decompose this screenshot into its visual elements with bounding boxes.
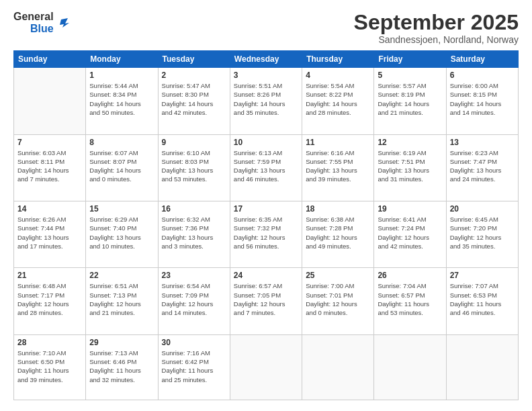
header-friday: Friday (374, 51, 446, 68)
day-number: 3 (234, 71, 298, 80)
logo-bird-icon (56, 15, 71, 30)
day-info: Sunrise: 6:10 AM Sunset: 8:03 PM Dayligh… (162, 148, 226, 184)
table-cell: 7Sunrise: 6:03 AM Sunset: 8:11 PM Daylig… (14, 134, 86, 201)
day-info: Sunrise: 6:41 AM Sunset: 7:24 PM Dayligh… (378, 215, 442, 250)
header-row: Sunday Monday Tuesday Wednesday Thursday… (14, 51, 519, 68)
table-cell: 12Sunrise: 6:19 AM Sunset: 7:51 PM Dayli… (374, 134, 446, 201)
header-monday: Monday (86, 51, 158, 68)
day-number: 17 (234, 204, 298, 214)
day-info: Sunrise: 6:19 AM Sunset: 7:51 PM Dayligh… (378, 148, 442, 184)
header-sunday: Sunday (14, 51, 86, 68)
day-info: Sunrise: 6:23 AM Sunset: 7:47 PM Dayligh… (450, 148, 515, 184)
week-row-3: 14Sunrise: 6:26 AM Sunset: 7:44 PM Dayli… (14, 201, 519, 268)
table-cell (14, 68, 86, 134)
day-number: 9 (162, 138, 226, 147)
table-cell: 3Sunrise: 5:51 AM Sunset: 8:26 PM Daylig… (230, 68, 302, 134)
day-info: Sunrise: 6:32 AM Sunset: 7:36 PM Dayligh… (162, 215, 226, 250)
day-info: Sunrise: 6:03 AM Sunset: 8:11 PM Dayligh… (17, 148, 82, 184)
day-number: 7 (17, 138, 82, 147)
day-number: 20 (450, 204, 515, 214)
table-cell: 22Sunrise: 6:51 AM Sunset: 7:13 PM Dayli… (86, 268, 158, 334)
day-number: 11 (306, 138, 370, 147)
day-number: 15 (89, 204, 154, 214)
week-row-4: 21Sunrise: 6:48 AM Sunset: 7:17 PM Dayli… (14, 268, 519, 334)
header-wednesday: Wednesday (230, 51, 302, 68)
table-cell: 8Sunrise: 6:07 AM Sunset: 8:07 PM Daylig… (86, 134, 158, 201)
day-info: Sunrise: 6:54 AM Sunset: 7:09 PM Dayligh… (162, 281, 226, 317)
day-info: Sunrise: 7:16 AM Sunset: 6:42 PM Dayligh… (162, 349, 226, 384)
day-info: Sunrise: 6:35 AM Sunset: 7:32 PM Dayligh… (234, 215, 298, 250)
week-row-2: 7Sunrise: 6:03 AM Sunset: 8:11 PM Daylig… (14, 134, 519, 201)
table-cell: 17Sunrise: 6:35 AM Sunset: 7:32 PM Dayli… (230, 201, 302, 268)
table-cell: 2Sunrise: 5:47 AM Sunset: 8:30 PM Daylig… (158, 68, 230, 134)
table-cell: 24Sunrise: 6:57 AM Sunset: 7:05 PM Dayli… (230, 268, 302, 334)
table-cell: 15Sunrise: 6:29 AM Sunset: 7:40 PM Dayli… (86, 201, 158, 268)
day-info: Sunrise: 7:07 AM Sunset: 6:53 PM Dayligh… (450, 281, 515, 317)
day-info: Sunrise: 5:44 AM Sunset: 8:34 PM Dayligh… (89, 81, 154, 117)
day-info: Sunrise: 7:00 AM Sunset: 7:01 PM Dayligh… (306, 281, 370, 317)
table-cell: 18Sunrise: 6:38 AM Sunset: 7:28 PM Dayli… (302, 201, 374, 268)
day-number: 5 (378, 71, 442, 80)
day-info: Sunrise: 6:38 AM Sunset: 7:28 PM Dayligh… (306, 215, 370, 250)
calendar-table: Sunday Monday Tuesday Wednesday Thursday… (13, 50, 519, 400)
header-saturday: Saturday (446, 51, 518, 68)
page: General Blue September 2025 Sandnessjoen… (0, 0, 532, 411)
table-cell: 20Sunrise: 6:45 AM Sunset: 7:20 PM Dayli… (446, 201, 518, 268)
logo: General Blue (13, 11, 71, 34)
table-cell (446, 334, 518, 400)
day-number: 24 (234, 271, 298, 280)
day-info: Sunrise: 6:29 AM Sunset: 7:40 PM Dayligh… (89, 215, 154, 250)
table-cell: 10Sunrise: 6:13 AM Sunset: 7:59 PM Dayli… (230, 134, 302, 201)
week-row-5: 28Sunrise: 7:10 AM Sunset: 6:50 PM Dayli… (14, 334, 519, 400)
table-cell: 25Sunrise: 7:00 AM Sunset: 7:01 PM Dayli… (302, 268, 374, 334)
table-cell: 26Sunrise: 7:04 AM Sunset: 6:57 PM Dayli… (374, 268, 446, 334)
day-number: 26 (378, 271, 442, 280)
day-info: Sunrise: 5:51 AM Sunset: 8:26 PM Dayligh… (234, 81, 298, 117)
day-info: Sunrise: 7:13 AM Sunset: 6:46 PM Dayligh… (89, 349, 154, 384)
day-number: 1 (89, 71, 154, 80)
day-info: Sunrise: 5:54 AM Sunset: 8:22 PM Dayligh… (306, 81, 370, 117)
table-cell (230, 334, 302, 400)
header: General Blue September 2025 Sandnessjoen… (13, 11, 519, 45)
table-cell: 28Sunrise: 7:10 AM Sunset: 6:50 PM Dayli… (14, 334, 86, 400)
day-number: 22 (89, 271, 154, 280)
day-number: 2 (162, 71, 226, 80)
table-cell: 16Sunrise: 6:32 AM Sunset: 7:36 PM Dayli… (158, 201, 230, 268)
day-number: 30 (162, 338, 226, 347)
day-info: Sunrise: 6:45 AM Sunset: 7:20 PM Dayligh… (450, 215, 515, 250)
table-cell: 29Sunrise: 7:13 AM Sunset: 6:46 PM Dayli… (86, 334, 158, 400)
day-info: Sunrise: 6:51 AM Sunset: 7:13 PM Dayligh… (89, 281, 154, 317)
day-info: Sunrise: 5:57 AM Sunset: 8:19 PM Dayligh… (378, 81, 442, 117)
table-cell: 9Sunrise: 6:10 AM Sunset: 8:03 PM Daylig… (158, 134, 230, 201)
day-number: 21 (17, 271, 82, 280)
table-cell (302, 334, 374, 400)
subtitle: Sandnessjoen, Nordland, Norway (354, 34, 519, 45)
logo-general: General (13, 11, 54, 23)
table-cell: 6Sunrise: 6:00 AM Sunset: 8:15 PM Daylig… (446, 68, 518, 134)
table-cell (374, 334, 446, 400)
month-title: September 2025 (354, 11, 519, 34)
day-number: 23 (162, 271, 226, 280)
day-number: 19 (378, 204, 442, 214)
day-info: Sunrise: 6:26 AM Sunset: 7:44 PM Dayligh… (17, 215, 82, 250)
day-info: Sunrise: 6:48 AM Sunset: 7:17 PM Dayligh… (17, 281, 82, 317)
header-thursday: Thursday (302, 51, 374, 68)
day-info: Sunrise: 7:04 AM Sunset: 6:57 PM Dayligh… (378, 281, 442, 317)
day-number: 14 (17, 204, 82, 214)
week-row-1: 1Sunrise: 5:44 AM Sunset: 8:34 PM Daylig… (14, 68, 519, 134)
day-number: 29 (89, 338, 154, 347)
table-cell: 30Sunrise: 7:16 AM Sunset: 6:42 PM Dayli… (158, 334, 230, 400)
table-cell: 1Sunrise: 5:44 AM Sunset: 8:34 PM Daylig… (86, 68, 158, 134)
day-number: 28 (17, 338, 82, 347)
table-cell: 14Sunrise: 6:26 AM Sunset: 7:44 PM Dayli… (14, 201, 86, 268)
day-number: 8 (89, 138, 154, 147)
table-cell: 19Sunrise: 6:41 AM Sunset: 7:24 PM Dayli… (374, 201, 446, 268)
day-number: 16 (162, 204, 226, 214)
day-number: 27 (450, 271, 515, 280)
day-number: 4 (306, 71, 370, 80)
day-number: 13 (450, 138, 515, 147)
day-number: 12 (378, 138, 442, 147)
table-cell: 27Sunrise: 7:07 AM Sunset: 6:53 PM Dayli… (446, 268, 518, 334)
day-number: 10 (234, 138, 298, 147)
day-number: 6 (450, 71, 515, 80)
